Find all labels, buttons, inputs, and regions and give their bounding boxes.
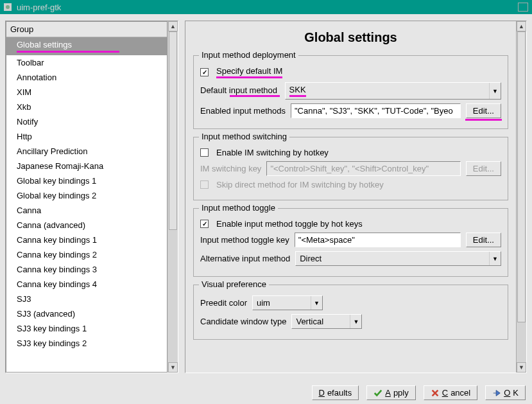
- candidate-type-label: Candidate window type: [200, 317, 286, 326]
- sidebar-item-xim[interactable]: XIM: [6, 85, 167, 100]
- scroll-down-icon[interactable]: ▼: [168, 362, 178, 373]
- sidebar-item-canna-advanced[interactable]: Canna (advanced): [6, 218, 167, 233]
- group-deployment: Input method deployment Specify default …: [193, 55, 508, 129]
- im-switching-edit-button: Edit...: [466, 161, 501, 176]
- specify-default-im-label: Specify default IM: [216, 66, 282, 78]
- window-menu-icon[interactable]: [4, 3, 12, 11]
- group-deployment-title: Input method deployment: [199, 50, 298, 60]
- chevron-down-icon[interactable]: ▼: [489, 252, 501, 265]
- chevron-down-icon[interactable]: ▼: [311, 296, 322, 310]
- sidebar-item-ancillary-prediction[interactable]: Ancillary Prediction: [6, 144, 167, 159]
- im-toggle-key-label: Input method toggle key: [200, 235, 289, 245]
- group-toggle: Input method toggle Enable input method …: [193, 208, 508, 277]
- preedit-color-value: uim: [253, 296, 311, 310]
- scroll-up-icon[interactable]: ▲: [517, 21, 526, 31]
- enable-im-toggle-row[interactable]: Enable input method toggle by hot keys: [200, 219, 501, 229]
- sidebar-item-http[interactable]: Http: [6, 129, 167, 144]
- dialog-button-bar: Defaults Apply Cancel OK: [312, 385, 526, 400]
- enable-im-switching-label: Enable IM switching by hotkey: [216, 148, 329, 157]
- skip-direct-row: Skip direct method for IM switching by h…: [200, 180, 501, 189]
- sidebar-item-japanese-romaji-kana[interactable]: Japanese Romaji-Kana: [6, 159, 167, 173]
- sidebar-item-canna-key-bindings-1[interactable]: Canna key bindings 1: [6, 233, 167, 247]
- candidate-type-combo[interactable]: Vertical ▼: [291, 314, 362, 329]
- sidebar-scrollbar[interactable]: ▲ ▼: [167, 21, 178, 373]
- defaults-button[interactable]: Defaults: [312, 385, 359, 400]
- enabled-im-input[interactable]: "Canna", "SJ3", "SKK", "TUT-Code", "Byeo: [291, 103, 461, 118]
- alt-im-label: Alternative input method: [200, 254, 290, 263]
- scroll-thumb[interactable]: [517, 31, 526, 322]
- highlight-annotation: [17, 51, 119, 53]
- sidebar-item-sj3-advanced[interactable]: SJ3 (advanced): [6, 306, 167, 321]
- alt-im-value: Direct: [296, 252, 489, 265]
- enabled-im-label: Enabled input methods: [200, 106, 286, 116]
- group-switching-title: Input method switching: [199, 132, 289, 141]
- ok-icon: [492, 389, 501, 398]
- im-switching-key-label: IM switching key: [200, 164, 261, 173]
- check-icon: [373, 389, 382, 398]
- sidebar-item-toolbar[interactable]: Toolbar: [6, 55, 167, 70]
- group-visual: Visual preference Preedit color uim ▼ Ca…: [193, 285, 508, 340]
- sidebar-item-canna-key-bindings-3[interactable]: Canna key bindings 3: [6, 262, 167, 277]
- scroll-thumb[interactable]: [169, 31, 177, 230]
- window-titlebar: uim-pref-gtk: [0, 0, 532, 14]
- ok-button[interactable]: OK: [485, 385, 526, 400]
- enabled-im-edit-button[interactable]: Edit...: [466, 103, 501, 118]
- enable-im-toggle-label: Enable input method toggle by hot keys: [216, 219, 363, 229]
- preedit-color-combo[interactable]: uim ▼: [252, 295, 323, 310]
- im-toggle-key-input[interactable]: "<Meta>space": [295, 233, 461, 247]
- sidebar-header[interactable]: Group: [6, 22, 167, 37]
- default-im-value: SKK: [286, 83, 489, 99]
- sidebar-item-label: Global settings: [17, 40, 72, 49]
- highlight-annotation: [465, 119, 502, 121]
- group-visual-title: Visual preference: [199, 279, 269, 289]
- enable-im-toggle-checkbox[interactable]: [200, 220, 209, 228]
- cancel-icon: [431, 389, 440, 398]
- alt-im-combo[interactable]: Direct ▼: [295, 251, 501, 266]
- sidebar-item-canna-key-bindings-4[interactable]: Canna key bindings 4: [6, 277, 167, 292]
- specify-default-im-row[interactable]: Specify default IM: [200, 66, 501, 78]
- sidebar-item-global-key-bindings-1[interactable]: Global key bindings 1: [6, 173, 167, 188]
- sidebar-item-xkb[interactable]: Xkb: [6, 100, 167, 114]
- maximize-button[interactable]: [518, 3, 528, 12]
- sidebar-item-notify[interactable]: Notify: [6, 114, 167, 129]
- chevron-down-icon[interactable]: ▼: [489, 83, 501, 99]
- window-title: uim-pref-gtk: [17, 3, 61, 12]
- skip-direct-label: Skip direct method for IM switching by h…: [216, 180, 384, 189]
- sidebar-item-canna[interactable]: Canna: [6, 203, 167, 218]
- sidebar-list: Global settings Toolbar Annotation XIM X…: [6, 37, 167, 372]
- default-im-label: Default input method: [200, 85, 280, 97]
- cancel-button[interactable]: Cancel: [424, 385, 477, 400]
- sidebar-item-annotation[interactable]: Annotation: [6, 70, 167, 85]
- sidebar-item-canna-key-bindings-2[interactable]: Canna key bindings 2: [6, 247, 167, 262]
- im-switching-key-input: "<Control>Shift_key", "<Shift>Control_ke…: [266, 161, 460, 176]
- group-toggle-title: Input method toggle: [199, 203, 278, 213]
- group-switching: Input method switching Enable IM switchi…: [193, 137, 508, 200]
- page-title: Global settings: [193, 30, 508, 45]
- sidebar-item-sj3[interactable]: SJ3: [6, 292, 167, 306]
- scroll-down-icon[interactable]: ▼: [517, 362, 526, 373]
- im-toggle-edit-button[interactable]: Edit...: [466, 233, 501, 247]
- scroll-up-icon[interactable]: ▲: [168, 21, 178, 31]
- content-panel: Global settings Input method deployment …: [185, 21, 527, 373]
- preedit-color-label: Preedit color: [200, 298, 247, 308]
- apply-button[interactable]: Apply: [366, 385, 416, 400]
- sidebar-item-global-key-bindings-2[interactable]: Global key bindings 2: [6, 188, 167, 203]
- default-im-combo[interactable]: SKK ▼: [285, 82, 501, 100]
- chevron-down-icon[interactable]: ▼: [350, 315, 361, 328]
- skip-direct-checkbox: [200, 180, 209, 189]
- enable-im-switching-checkbox[interactable]: [200, 148, 209, 157]
- sidebar-item-global-settings[interactable]: Global settings: [6, 37, 167, 55]
- sidebar-item-sj3-key-bindings-2[interactable]: SJ3 key bindings 2: [6, 336, 167, 351]
- sidebar-item-sj3-key-bindings-1[interactable]: SJ3 key bindings 1: [6, 321, 167, 336]
- specify-default-im-checkbox[interactable]: [200, 68, 209, 76]
- content-scrollbar[interactable]: ▲ ▼: [516, 21, 526, 373]
- candidate-type-value: Vertical: [292, 315, 350, 328]
- sidebar: Group Global settings Toolbar Annotation…: [5, 21, 178, 373]
- highlight-annotation: [230, 95, 280, 97]
- enable-im-switching-row[interactable]: Enable IM switching by hotkey: [200, 148, 501, 157]
